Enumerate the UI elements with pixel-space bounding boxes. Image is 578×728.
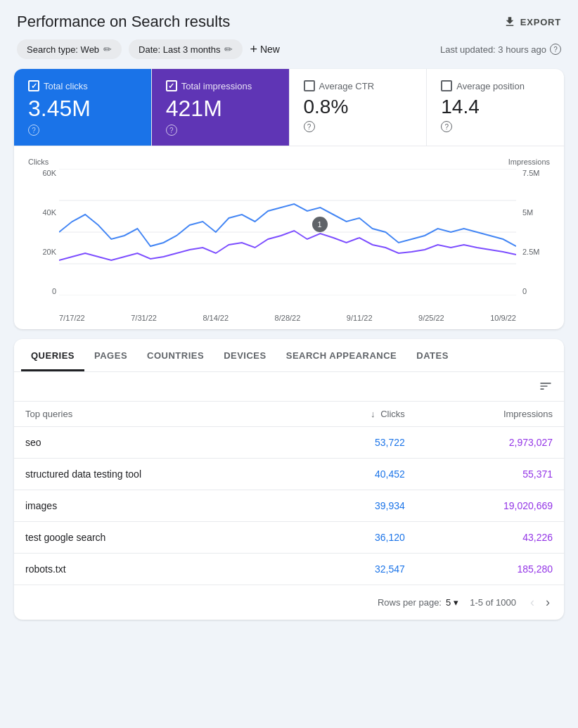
clicks-checkbox[interactable] [28,80,39,91]
prev-page-button[interactable]: ‹ [527,594,537,611]
tab-dates[interactable]: DATES [406,339,458,371]
clicks-cell: 36,120 [300,522,416,554]
plus-icon: + [250,42,257,57]
metrics-section: Total clicks 3.45M ? Total impressions 4… [14,69,564,329]
impressions-checkbox[interactable] [166,80,177,91]
tab-devices[interactable]: DEVICES [214,339,276,371]
tab-pages[interactable]: PAGES [84,339,137,371]
metric-avg-ctr[interactable]: Average CTR 0.8% ? [290,69,428,146]
clicks-cell: 40,452 [300,459,416,490]
table-row[interactable]: seo 53,722 2,973,027 [14,427,564,459]
queries-table: Top queries ↓ Clicks Impressions seo 53,… [14,401,564,585]
table-filter-button[interactable] [539,379,553,397]
impressions-cell: 185,280 [416,554,564,585]
tabs: QUERIES PAGES COUNTRIES DEVICES SEARCH A… [14,339,564,372]
position-checkbox[interactable] [441,80,452,91]
col-header-impressions: Impressions [416,402,564,427]
pagination: Rows per page: 5 ▾ 1-5 of 1000 ‹ › [14,585,564,620]
chart-area: Clicks Impressions 60K40K20K0 7.5M 5M 2.… [14,146,564,329]
info-icon[interactable]: ? [550,44,561,55]
y-axis-left: 60K40K20K0 [28,169,56,295]
query-cell: images [14,490,300,522]
col-header-clicks[interactable]: ↓ Clicks [300,402,416,427]
position-info-icon[interactable]: ? [441,121,452,132]
tab-search-appearance[interactable]: SEARCH APPEARANCE [276,339,407,371]
impressions-cell: 2,973,027 [416,427,564,459]
table-row[interactable]: images 39,934 19,020,669 [14,490,564,522]
col-header-query: Top queries [14,402,300,427]
impressions-cell: 43,226 [416,522,564,554]
next-page-button[interactable]: › [543,594,553,611]
chart-svg: 1 [59,169,516,295]
table-toolbar [14,372,564,401]
edit-icon: ✏ [224,44,233,55]
edit-icon: ✏ [103,44,112,55]
export-button[interactable]: EXPORT [503,15,561,28]
impressions-cell: 19,020,669 [416,490,564,522]
clicks-cell: 39,934 [300,490,416,522]
date-filter[interactable]: Date: Last 3 months ✏ [129,39,243,59]
clicks-cell: 32,547 [300,554,416,585]
metric-total-impressions[interactable]: Total impressions 421M ? [152,69,290,146]
filter-icon [539,379,553,393]
query-cell: test google search [14,522,300,554]
rows-per-page-select[interactable]: 5 ▾ [446,597,458,608]
ctr-checkbox[interactable] [304,80,315,91]
y-axis-right: 7.5M 5M 2.5M 0 [518,169,550,295]
page-nav: ‹ › [527,594,553,611]
toolbar: Search type: Web ✏ Date: Last 3 months ✏… [0,39,578,69]
impressions-info-icon[interactable]: ? [166,124,177,136]
table-row[interactable]: robots.txt 32,547 185,280 [14,554,564,585]
last-updated: Last updated: 3 hours ago ? [440,44,561,55]
chart-marker: 1 [312,217,328,232]
metric-avg-position[interactable]: Average position 14.4 ? [427,69,564,146]
impressions-cell: 55,371 [416,459,564,490]
x-axis-labels: 7/17/22 7/31/22 8/14/22 8/28/22 9/11/22 … [28,314,550,322]
download-icon [503,15,516,28]
dropdown-icon: ▾ [454,597,458,608]
query-cell: structured data testing tool [14,459,300,490]
tab-queries[interactable]: QUERIES [21,339,84,371]
new-button[interactable]: + New [250,42,280,57]
rows-per-page: Rows per page: 5 ▾ [378,597,458,608]
chart-left-label: Clicks [28,158,49,166]
page-title: Performance on Search results [17,13,230,31]
table-row[interactable]: structured data testing tool 40,452 55,3… [14,459,564,490]
ctr-info-icon[interactable]: ? [304,121,315,132]
clicks-info-icon[interactable]: ? [28,124,39,136]
clicks-cell: 53,722 [300,427,416,459]
query-cell: robots.txt [14,554,300,585]
chart-container: 60K40K20K0 7.5M 5M 2.5M 0 [28,169,550,309]
bottom-section: QUERIES PAGES COUNTRIES DEVICES SEARCH A… [14,339,564,620]
tab-countries[interactable]: COUNTRIES [137,339,214,371]
search-type-filter[interactable]: Search type: Web ✏ [17,39,122,59]
metric-total-clicks[interactable]: Total clicks 3.45M ? [14,69,152,146]
query-cell: seo [14,427,300,459]
sort-arrow-icon: ↓ [371,409,378,419]
table-row[interactable]: test google search 36,120 43,226 [14,522,564,554]
page-info: 1-5 of 1000 [470,597,516,608]
chart-right-label: Impressions [508,158,550,166]
